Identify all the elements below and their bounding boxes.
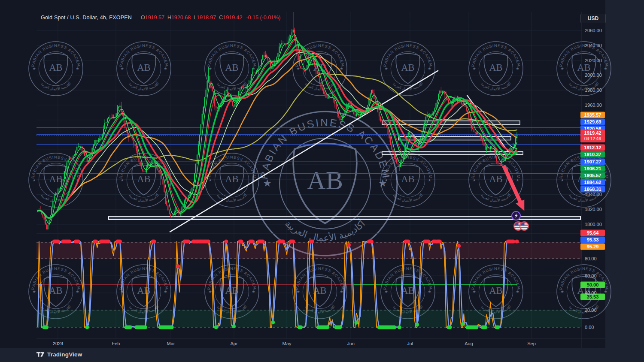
oscillator-axis-label[interactable]: 80.00 <box>585 256 597 261</box>
time-axis-label[interactable]: Jun <box>347 339 355 348</box>
time-axis-label[interactable]: 2023 <box>53 339 63 348</box>
svg-text:★: ★ <box>33 178 36 182</box>
oversold-dot <box>299 325 303 329</box>
oscillator-axis-label[interactable]: 40.00 <box>585 290 597 296</box>
price-tag: 50.00 <box>580 282 605 288</box>
tradingview-icon <box>36 351 45 358</box>
oversold-dot <box>461 322 465 326</box>
price-tag: 95.64 <box>580 230 605 236</box>
us-flag-icon[interactable] <box>520 222 529 231</box>
time-axis-label[interactable]: May <box>283 339 292 348</box>
svg-text:50.00: 50.00 <box>587 282 599 287</box>
lightning-icon[interactable] <box>512 211 520 220</box>
price-tag: 95.29 <box>580 244 605 250</box>
time-axis-label[interactable]: Apr <box>230 339 237 348</box>
oversold-dot <box>143 325 147 329</box>
svg-text:★: ★ <box>33 66 36 71</box>
overbought-dot <box>310 239 314 243</box>
price-axis-label[interactable]: 2000.00 <box>585 72 602 78</box>
watermark-logo: ARABIAN BUSINESS ACADEMYأكاديمية الأعمال… <box>117 42 171 96</box>
oscillator-axis-label[interactable]: 20.00 <box>585 308 597 313</box>
svg-text:★: ★ <box>76 66 79 71</box>
oversold-dot <box>128 325 132 329</box>
tradingview-logo[interactable]: TradingView <box>36 351 82 358</box>
price-axis-label[interactable]: 1800.00 <box>585 222 602 227</box>
svg-text:★: ★ <box>385 290 388 294</box>
price-axis-label[interactable]: 1820.00 <box>585 207 602 212</box>
svg-text:AB: AB <box>307 166 343 195</box>
tradingview-label: TradingView <box>47 351 82 358</box>
svg-text:أكاديمية الأعمال العربية: أكاديمية الأعمال العربية <box>480 81 512 91</box>
overbought-dot <box>152 239 156 243</box>
svg-text:1929.69: 1929.69 <box>584 119 601 124</box>
overbought-dot <box>224 239 228 243</box>
ohlc-value: 1919.42 <box>223 15 242 21</box>
price-tag: 1907.27 <box>580 159 605 165</box>
time-axis-label[interactable]: Feb <box>112 339 120 348</box>
svg-text:1905.57: 1905.57 <box>584 173 601 178</box>
ohlc-label: L <box>194 15 197 21</box>
svg-text:★: ★ <box>561 290 564 294</box>
currency-button[interactable]: USD <box>580 14 606 23</box>
svg-text:AB: AB <box>225 62 239 73</box>
svg-text:★: ★ <box>209 290 212 294</box>
oscillator-axis-label[interactable]: 0.00 <box>585 325 594 330</box>
svg-text:AB: AB <box>401 62 415 73</box>
overbought-dot <box>56 239 60 243</box>
oversold-dot <box>338 325 342 329</box>
price-axis-label[interactable]: 2040.00 <box>585 43 602 48</box>
overbought-dot <box>207 239 210 243</box>
price-axis-label[interactable]: 1980.00 <box>585 87 602 93</box>
svg-text:★: ★ <box>121 178 124 182</box>
svg-text:★: ★ <box>473 178 476 182</box>
svg-text:★: ★ <box>516 290 519 294</box>
ohlc-label: C <box>219 15 223 21</box>
overbought-dot <box>281 239 285 243</box>
overbought-dot <box>67 239 71 243</box>
price-axis-label[interactable]: 2020.00 <box>585 58 602 63</box>
overbought-dot <box>118 239 122 243</box>
svg-text:★: ★ <box>263 177 272 189</box>
time-axis-label[interactable]: Aug <box>465 339 473 348</box>
svg-text:AB: AB <box>489 285 503 296</box>
svg-text:★: ★ <box>604 66 607 71</box>
watermark-logo: ARABIAN BUSINESS ACADEMYأكاديمية الأعمال… <box>205 42 259 96</box>
svg-text:★: ★ <box>33 290 36 294</box>
svg-text:1907.27: 1907.27 <box>584 159 601 164</box>
time-axis-label[interactable]: Jul <box>407 339 413 348</box>
chart-legend[interactable]: Gold Spot / U.S. Dollar, 4h, FXOPEN O191… <box>41 14 280 21</box>
price-change: -0.15 (-0.01%) <box>246 15 280 21</box>
price-tag: 1868.31 <box>580 186 605 193</box>
overbought-dot <box>251 239 255 243</box>
price-axis-label[interactable]: 1960.00 <box>585 103 602 108</box>
overbought-dot <box>511 239 515 243</box>
svg-text:★: ★ <box>209 178 212 182</box>
svg-text:★: ★ <box>473 290 476 294</box>
time-axis-label[interactable]: Mar <box>167 339 175 348</box>
svg-text:1906.21: 1906.21 <box>584 166 601 171</box>
ohlc-value: 1918.97 <box>197 15 216 21</box>
svg-text:★: ★ <box>473 66 476 71</box>
overbought-dot <box>406 239 410 243</box>
chart-canvas[interactable]: ARABIAN BUSINESS ACADEMYأكاديمية الأعمال… <box>0 0 644 362</box>
svg-text:★: ★ <box>164 290 167 294</box>
price-levels <box>36 71 582 232</box>
svg-text:★: ★ <box>428 66 431 71</box>
svg-text:أكاديمية الأعمال العربية: أكاديمية الأعمال العربية <box>392 81 424 91</box>
svg-text:أكاديمية الأعمال العربية: أكاديمية الأعمال العربية <box>40 81 72 91</box>
svg-text:★: ★ <box>428 290 431 294</box>
oscillator-axis-label[interactable]: 60.00 <box>585 273 597 278</box>
oversold-dot <box>415 323 419 326</box>
price-tag: 1905.57 <box>580 172 605 179</box>
svg-text:★: ★ <box>561 66 564 71</box>
svg-text:1910.37: 1910.37 <box>584 152 601 157</box>
price-tag: 1912.12 <box>580 145 605 151</box>
price-axis-label[interactable]: 1840.00 <box>585 192 602 197</box>
svg-text:★: ★ <box>164 66 167 71</box>
svg-text:★: ★ <box>561 178 564 182</box>
oversold-dot <box>354 321 358 325</box>
time-axis-label[interactable]: Sep <box>527 339 536 348</box>
overbought-dot <box>457 244 461 248</box>
price-axis-label[interactable]: 2060.00 <box>585 28 602 33</box>
oversold-dot <box>325 325 329 329</box>
